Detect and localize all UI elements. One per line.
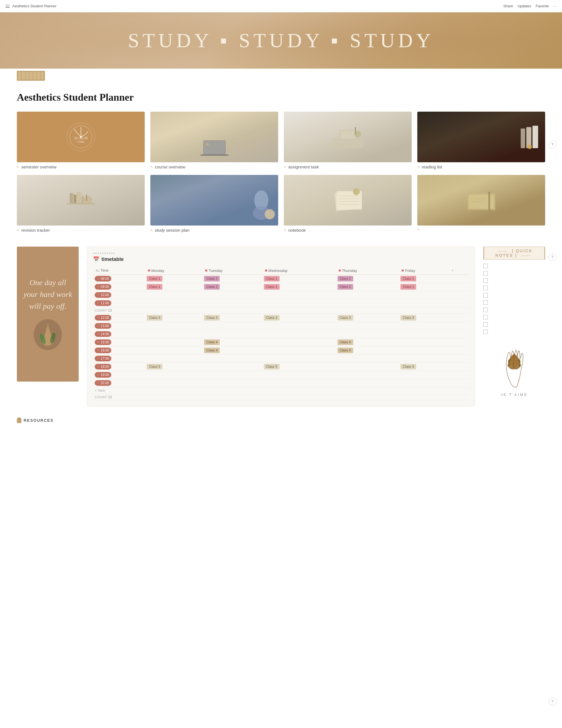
checkbox-9[interactable] — [483, 322, 488, 327]
cell-wednesday-2[interactable] — [262, 291, 336, 299]
cell-friday-6[interactable] — [399, 330, 449, 338]
cell-monday-0[interactable]: Class 1 — [145, 274, 202, 283]
checkbox-item[interactable] — [483, 264, 545, 268]
cell-wednesday-6[interactable] — [262, 330, 336, 338]
cell-tuesday-9[interactable] — [202, 354, 262, 362]
cell-tuesday-11[interactable] — [202, 371, 262, 379]
help-button-3[interactable]: ? — [549, 698, 556, 706]
card-revision-tracker[interactable]: revision tracker — [17, 175, 145, 233]
cell-friday-9[interactable] — [399, 354, 449, 362]
cell-monday-2[interactable] — [145, 291, 202, 299]
cell-wednesday-7[interactable] — [262, 338, 336, 346]
cell-monday-8[interactable] — [145, 346, 202, 354]
cell-friday-2[interactable] — [399, 291, 449, 299]
checkbox-item[interactable] — [483, 271, 545, 276]
cell-tuesday-6[interactable] — [202, 330, 262, 338]
checkbox-2[interactable] — [483, 271, 488, 276]
cell-monday-5[interactable] — [145, 322, 202, 330]
card-course-overview[interactable]: course overview — [150, 112, 278, 169]
checkbox-10[interactable] — [483, 330, 488, 334]
checkbox-1[interactable] — [483, 264, 488, 268]
help-button-1[interactable]: ? — [549, 141, 556, 148]
new-row[interactable]: + New — [93, 387, 469, 394]
share-button[interactable]: Share — [503, 4, 513, 8]
cell-wednesday-9[interactable] — [262, 354, 336, 362]
card-notebook[interactable]: notebook — [284, 175, 412, 233]
checkbox-6[interactable] — [483, 300, 488, 305]
menu-icon[interactable] — [6, 5, 10, 8]
cell-monday-12[interactable] — [145, 379, 202, 387]
cell-thursday-4[interactable]: Class 3 — [336, 314, 399, 322]
cell-monday-6[interactable] — [145, 330, 202, 338]
cell-wednesday-12[interactable] — [262, 379, 336, 387]
cell-thursday-5[interactable] — [336, 322, 399, 330]
cell-thursday-10[interactable] — [336, 362, 399, 371]
checkbox-5[interactable] — [483, 293, 488, 297]
cell-friday-10[interactable]: Class 5 — [399, 362, 449, 371]
cell-wednesday-5[interactable] — [262, 322, 336, 330]
cell-thursday-9[interactable] — [336, 354, 399, 362]
cell-friday-1[interactable]: Class 1 — [399, 283, 449, 291]
cell-tuesday-12[interactable] — [202, 379, 262, 387]
cell-wednesday-8[interactable] — [262, 346, 336, 354]
cell-wednesday-0[interactable]: Class 1 — [262, 274, 336, 283]
cell-thursday-11[interactable] — [336, 371, 399, 379]
cell-friday-8[interactable] — [399, 346, 449, 354]
cell-friday-4[interactable]: Class 3 — [399, 314, 449, 322]
cell-monday-9[interactable] — [145, 354, 202, 362]
favorite-button[interactable]: Favorite — [536, 4, 549, 8]
cell-tuesday-1[interactable]: Class 2 — [202, 283, 262, 291]
cell-wednesday-3[interactable] — [262, 299, 336, 307]
cell-tuesday-0[interactable]: Class 2 — [202, 274, 262, 283]
cell-thursday-12[interactable] — [336, 379, 399, 387]
more-button[interactable]: ··· — [553, 4, 556, 8]
checkbox-8[interactable] — [483, 315, 488, 319]
cell-wednesday-10[interactable]: Class 5 — [262, 362, 336, 371]
card-assignment-task[interactable]: assignment task — [284, 112, 412, 169]
col-add[interactable]: + — [449, 267, 469, 274]
help-button-2[interactable]: ? — [549, 253, 556, 261]
cell-wednesday-11[interactable] — [262, 371, 336, 379]
checkbox-item[interactable] — [483, 293, 545, 297]
cell-monday-7[interactable] — [145, 338, 202, 346]
cell-monday-11[interactable] — [145, 371, 202, 379]
cell-friday-3[interactable] — [399, 299, 449, 307]
checkbox-item[interactable] — [483, 330, 545, 334]
cell-friday-11[interactable] — [399, 371, 449, 379]
cell-tuesday-8[interactable]: Class 4 — [202, 346, 262, 354]
cell-tuesday-5[interactable] — [202, 322, 262, 330]
cell-tuesday-2[interactable] — [202, 291, 262, 299]
cell-thursday-6[interactable] — [336, 330, 399, 338]
cell-thursday-7[interactable]: Class 4 — [336, 338, 399, 346]
cell-friday-5[interactable] — [399, 322, 449, 330]
checkbox-item[interactable] — [483, 308, 545, 312]
cell-wednesday-1[interactable]: Class 1 — [262, 283, 336, 291]
checkbox-item[interactable] — [483, 278, 545, 283]
cell-thursday-8[interactable]: Class 4 — [336, 346, 399, 354]
cell-tuesday-10[interactable] — [202, 362, 262, 371]
cell-friday-7[interactable] — [399, 338, 449, 346]
cell-wednesday-4[interactable]: Class 3 — [262, 314, 336, 322]
cell-friday-12[interactable] — [399, 379, 449, 387]
checkbox-4[interactable] — [483, 286, 488, 290]
checkbox-item[interactable] — [483, 286, 545, 290]
cell-tuesday-4[interactable]: Class 3 — [202, 314, 262, 322]
cell-friday-0[interactable]: Class 1 — [399, 274, 449, 283]
cell-tuesday-3[interactable] — [202, 299, 262, 307]
card-extra[interactable] — [417, 175, 545, 233]
card-semester-overview[interactable]: 13:33:25 Friday semester overview — [17, 112, 145, 169]
checkbox-item[interactable] — [483, 300, 545, 305]
cell-monday-1[interactable]: Class 1 — [145, 283, 202, 291]
cell-monday-3[interactable] — [145, 299, 202, 307]
cell-monday-10[interactable]: Class 5 — [145, 362, 202, 371]
cell-monday-4[interactable]: Class 3 — [145, 314, 202, 322]
cell-thursday-0[interactable]: Class 2 — [336, 274, 399, 283]
card-study-session[interactable]: study session plan — [150, 175, 278, 233]
cell-tuesday-7[interactable]: Class 4 — [202, 338, 262, 346]
card-reading-list[interactable]: reading list — [417, 112, 545, 169]
checkbox-item[interactable] — [483, 315, 545, 319]
cell-thursday-3[interactable] — [336, 299, 399, 307]
checkbox-7[interactable] — [483, 308, 488, 312]
checkbox-item[interactable] — [483, 322, 545, 327]
cell-thursday-1[interactable]: Class 2 — [336, 283, 399, 291]
